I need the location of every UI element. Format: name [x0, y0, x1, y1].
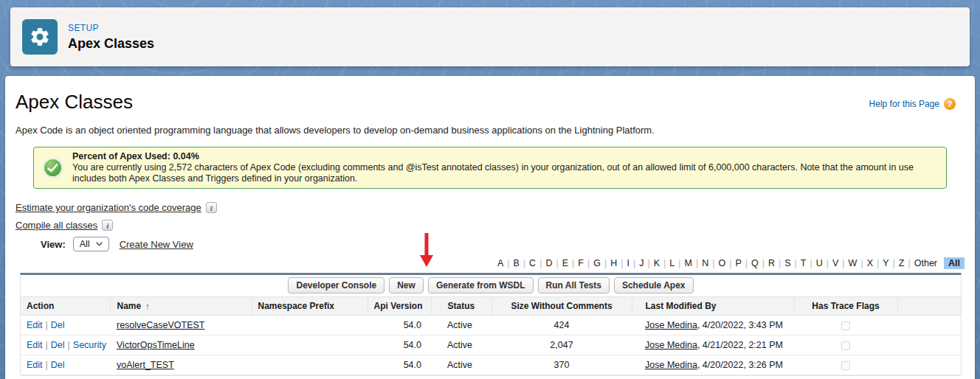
alpha-filter-w[interactable]: W — [845, 257, 861, 269]
alpha-filter-e[interactable]: E — [559, 257, 572, 269]
trace-flags-cell — [794, 316, 897, 335]
edit-link[interactable]: Edit — [27, 340, 43, 350]
namespace-prefix-cell — [252, 335, 368, 355]
class-name-link[interactable]: resolveCaseVOTEST — [117, 320, 204, 330]
column-header-api[interactable]: Api Version — [368, 297, 431, 316]
alpha-filter-h[interactable]: H — [607, 257, 621, 269]
api-version-cell: 54.0 — [368, 316, 431, 335]
modified-by-link[interactable]: Jose Medina — [645, 340, 697, 350]
alpha-filter-v[interactable]: V — [829, 257, 842, 269]
column-header-label: Api Version — [374, 301, 423, 311]
alpha-filter-all[interactable]: All — [944, 257, 965, 269]
modified-by-link[interactable]: Jose Medina — [645, 320, 697, 330]
column-header-label: Namespace Prefix — [258, 301, 334, 311]
alpha-filter-p[interactable]: P — [731, 257, 745, 269]
alpha-filter-a[interactable]: A — [494, 257, 507, 269]
alpha-filter-y[interactable]: Y — [879, 257, 892, 269]
new-button[interactable]: New — [389, 277, 424, 293]
schedule-apex-button[interactable]: Schedule Apex — [614, 277, 694, 293]
class-name-link[interactable]: voAlert_TEST — [117, 360, 174, 370]
help-for-this-page-link[interactable]: Help for this Page — [869, 99, 939, 109]
trace-flags-cell — [794, 335, 897, 355]
create-new-view-link[interactable]: Create New View — [120, 239, 193, 250]
alpha-filter-j[interactable]: J — [635, 257, 647, 269]
generate-from-wsdl-button[interactable]: Generate from WSDL — [428, 277, 534, 293]
page-description: Apex Code is an object oriented programm… — [15, 125, 965, 136]
column-header-label: Last Modified By — [646, 301, 717, 311]
column-header-size[interactable]: Size Without Comments — [491, 297, 632, 316]
alpha-filter-i[interactable]: I — [623, 257, 632, 269]
column-header-label: Name — [117, 301, 142, 311]
del-link[interactable]: Del — [51, 340, 65, 350]
api-version-cell: 54.0 — [368, 335, 431, 355]
column-header-status[interactable]: Status — [431, 297, 491, 316]
trace-flag-checkbox — [841, 321, 850, 330]
del-link[interactable]: Del — [51, 360, 65, 370]
status-cell: Active — [431, 355, 491, 375]
column-header-filler — [897, 297, 961, 316]
column-header-action[interactable]: Action — [21, 297, 110, 316]
alpha-filter-u[interactable]: U — [812, 257, 827, 269]
alpha-filter-k[interactable]: K — [650, 257, 663, 269]
alpha-filter-l[interactable]: L — [666, 257, 678, 269]
size-cell: 370 — [491, 355, 632, 375]
compile-all-classes-link[interactable]: Compile all classes — [15, 220, 97, 231]
separator: | — [43, 360, 51, 370]
alpha-filter-b[interactable]: B — [510, 257, 523, 269]
alpha-filter-m[interactable]: M — [680, 257, 695, 269]
estimate-code-coverage-link[interactable]: Estimate your organization's code covera… — [15, 202, 201, 213]
view-dropdown-value: All — [80, 239, 90, 249]
edit-link[interactable]: Edit — [27, 320, 43, 330]
run-all-tests-button[interactable]: Run All Tests — [538, 277, 610, 293]
security-link[interactable]: Security — [73, 340, 106, 350]
separator: | — [65, 340, 73, 350]
modified-by-link[interactable]: Jose Medina — [645, 360, 697, 370]
alpha-filter-t[interactable]: T — [797, 257, 810, 269]
status-cell: Active — [431, 316, 491, 335]
trace-flags-cell — [794, 355, 897, 375]
alpha-filter-f[interactable]: F — [574, 257, 587, 269]
del-link[interactable]: Del — [51, 320, 65, 330]
alpha-filter-z[interactable]: Z — [895, 257, 908, 269]
developer-console-button[interactable]: Developer Console — [288, 277, 384, 293]
table-row: Edit|DelresolveCaseVOTEST54.0Active424Jo… — [21, 316, 961, 335]
column-header-trace[interactable]: Has Trace Flags — [794, 297, 897, 316]
trace-flag-checkbox — [841, 341, 850, 350]
action-cell: Edit|Del — [21, 316, 110, 335]
page-title: Apex Classes — [15, 91, 133, 113]
edit-link[interactable]: Edit — [27, 360, 43, 370]
success-check-icon — [43, 158, 63, 178]
setup-breadcrumb[interactable]: SETUP — [68, 23, 154, 33]
name-cell: voAlert_TEST — [110, 355, 252, 375]
class-name-link[interactable]: VictorOpsTimeLine — [117, 340, 195, 350]
status-cell: Active — [431, 335, 491, 355]
column-header-name[interactable]: Name↑ — [110, 297, 252, 316]
alpha-filter-n[interactable]: N — [698, 257, 712, 269]
view-label: View: — [41, 239, 66, 250]
alpha-filter-c[interactable]: C — [525, 257, 539, 269]
apex-class-table: ActionName↑Namespace PrefixApi VersionSt… — [21, 296, 961, 375]
filler-cell — [897, 335, 961, 355]
help-question-icon[interactable]: ? — [944, 98, 956, 110]
alpha-filter-other[interactable]: Other — [911, 257, 941, 269]
info-icon: i — [102, 220, 113, 231]
alpha-filter-d[interactable]: D — [542, 257, 556, 269]
alpha-filter-s[interactable]: S — [781, 257, 794, 269]
column-header-label: Action — [27, 301, 54, 311]
alpha-filter-x[interactable]: X — [863, 257, 877, 269]
alpha-filter-o[interactable]: O — [714, 257, 729, 269]
trace-flag-checkbox — [841, 361, 850, 370]
table-header-row: ActionName↑Namespace PrefixApi VersionSt… — [21, 297, 961, 316]
view-dropdown[interactable]: All — [73, 237, 109, 251]
alpha-filter-r[interactable]: R — [765, 257, 779, 269]
action-cell: Edit|Del — [21, 355, 110, 375]
notice-body: You are currently using 2,572 characters… — [72, 162, 937, 184]
column-header-modified[interactable]: Last Modified By — [632, 297, 794, 316]
name-cell: resolveCaseVOTEST — [110, 316, 252, 335]
alpha-filter-q[interactable]: Q — [748, 257, 762, 269]
filler-cell — [897, 316, 961, 335]
modified-date: , 4/21/2022, 2:21 PM — [697, 340, 783, 350]
alpha-filter-g[interactable]: G — [590, 257, 604, 269]
notice-title: Percent of Apex Used: 0.04% — [72, 151, 937, 162]
column-header-namespace[interactable]: Namespace Prefix — [252, 297, 368, 316]
